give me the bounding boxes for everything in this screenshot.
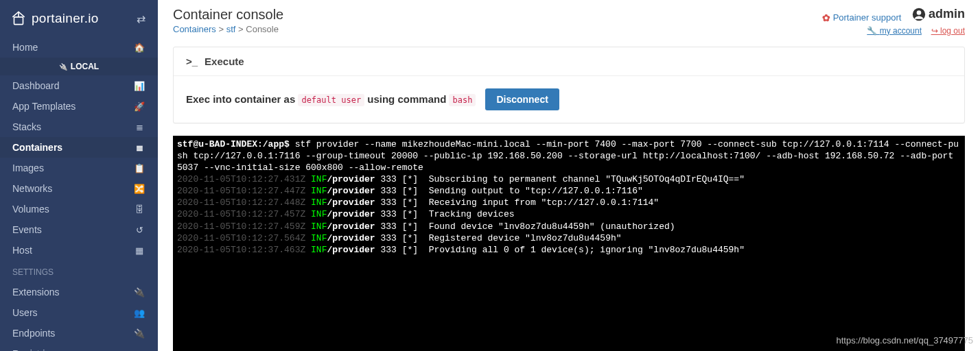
brand-logo[interactable]: portainer.io bbox=[10, 10, 99, 27]
brand-text: portainer.io bbox=[32, 11, 99, 26]
sidebar-item-users[interactable]: Users👥 bbox=[0, 302, 158, 323]
portainer-icon bbox=[10, 10, 27, 27]
sidebar-item-label: Events bbox=[12, 224, 42, 235]
exec-text-prefix: Exec into container as bbox=[186, 93, 295, 105]
sidebar-item-containers-icon: ≣ bbox=[133, 143, 145, 153]
sidebar-item-volumes[interactable]: Volumes🗄 bbox=[0, 199, 158, 219]
sidebar-item-extensions[interactable]: Extensions🔌 bbox=[0, 282, 158, 302]
sidebar-item-events[interactable]: Events↺ bbox=[0, 219, 158, 240]
terminal-prompt-icon: >_ bbox=[186, 56, 198, 67]
sidebar-item-dashboard-icon: 📊 bbox=[133, 81, 145, 91]
sidebar-item-label: Extensions bbox=[12, 287, 59, 298]
sidebar-item-containers[interactable]: Containers≣ bbox=[0, 137, 158, 158]
sidebar-item-events-icon: ↺ bbox=[133, 225, 145, 235]
sidebar-item-stacks-icon: ≣ bbox=[133, 122, 145, 132]
sidebar-item-label: Images bbox=[12, 162, 44, 173]
sidebar-section-settings: SETTINGS bbox=[0, 261, 158, 282]
sidebar: portainer.io ⇄ Home🏠LOCALDashboard📊App T… bbox=[0, 0, 158, 351]
sidebar-item-volumes-icon: 🗄 bbox=[133, 204, 145, 215]
execute-panel-header[interactable]: >_ Execute bbox=[174, 47, 964, 76]
support-link[interactable]: ✿ Portainer support bbox=[822, 12, 902, 23]
my-account-link[interactable]: 🔧 my account bbox=[867, 26, 922, 36]
sidebar-item-home-icon: 🏠 bbox=[133, 43, 145, 53]
sidebar-item-label: Containers bbox=[12, 142, 62, 153]
svg-rect-0 bbox=[14, 17, 23, 25]
sidebar-item-networks[interactable]: Networks🔀 bbox=[0, 178, 158, 199]
exec-user-value: default user bbox=[298, 94, 364, 106]
sidebar-item-label: Registries bbox=[12, 348, 55, 351]
breadcrumb-container-name[interactable]: stf bbox=[226, 24, 236, 34]
sidebar-item-stacks[interactable]: Stacks≣ bbox=[0, 117, 158, 137]
sidebar-item-endpoints-icon: 🔌 bbox=[133, 328, 145, 339]
svg-point-3 bbox=[917, 10, 922, 15]
sidebar-nav: Home🏠LOCALDashboard📊App Templates🚀Stacks… bbox=[0, 37, 158, 351]
page-title: Container console bbox=[173, 7, 283, 23]
user-icon bbox=[912, 8, 926, 21]
sidebar-item-label: Dashboard bbox=[12, 80, 60, 91]
breadcrumb-current: Console bbox=[246, 24, 279, 34]
sidebar-section-local: LOCAL bbox=[0, 58, 158, 75]
sidebar-item-app-templates[interactable]: App Templates🚀 bbox=[0, 96, 158, 117]
sidebar-toggle-icon[interactable]: ⇄ bbox=[137, 12, 145, 25]
sidebar-item-endpoints[interactable]: Endpoints🔌 bbox=[0, 323, 158, 343]
sidebar-item-images-icon: 📋 bbox=[133, 163, 145, 173]
sidebar-item-label: Home bbox=[12, 42, 38, 53]
exec-command-value: bash bbox=[449, 94, 476, 106]
sidebar-item-label: App Templates bbox=[12, 101, 75, 112]
sidebar-item-label: Networks bbox=[12, 183, 52, 194]
sidebar-item-label: Volumes bbox=[12, 204, 49, 215]
breadcrumb: Containers > stf > Console bbox=[173, 24, 283, 34]
life-ring-icon: ✿ bbox=[822, 12, 830, 23]
terminal-output[interactable]: stf@u-BAD-INDEX:/app$ stf provider --nam… bbox=[173, 136, 965, 352]
sidebar-item-images[interactable]: Images📋 bbox=[0, 158, 158, 178]
main: Container console Containers > stf > Con… bbox=[158, 0, 980, 351]
breadcrumb-containers[interactable]: Containers bbox=[173, 24, 216, 34]
disconnect-button[interactable]: Disconnect bbox=[485, 88, 559, 110]
header: Container console Containers > stf > Con… bbox=[158, 0, 980, 40]
sidebar-item-networks-icon: 🔀 bbox=[133, 184, 145, 194]
execute-panel: >_ Execute Exec into container as defaul… bbox=[173, 47, 965, 123]
sidebar-item-app-templates-icon: 🚀 bbox=[133, 101, 145, 112]
sidebar-item-label: Host bbox=[12, 245, 32, 256]
sidebar-item-label: Stacks bbox=[12, 121, 41, 132]
sidebar-item-host-icon: ▦ bbox=[133, 245, 145, 256]
sidebar-item-label: Endpoints bbox=[12, 328, 55, 339]
sidebar-item-registries-icon: 🗃 bbox=[133, 349, 145, 352]
exec-text-middle: using command bbox=[367, 93, 446, 105]
sidebar-item-label: Users bbox=[12, 307, 38, 318]
sidebar-item-extensions-icon: 🔌 bbox=[133, 287, 145, 298]
sidebar-item-users-icon: 👥 bbox=[133, 308, 145, 318]
log-out-link[interactable]: ↪ log out bbox=[931, 26, 965, 36]
sidebar-item-dashboard[interactable]: Dashboard📊 bbox=[0, 75, 158, 96]
sidebar-item-home[interactable]: Home🏠 bbox=[0, 37, 158, 58]
user-badge[interactable]: admin bbox=[912, 7, 965, 21]
sidebar-item-registries[interactable]: Registries🗃 bbox=[0, 343, 158, 351]
sidebar-item-host[interactable]: Host▦ bbox=[0, 240, 158, 261]
